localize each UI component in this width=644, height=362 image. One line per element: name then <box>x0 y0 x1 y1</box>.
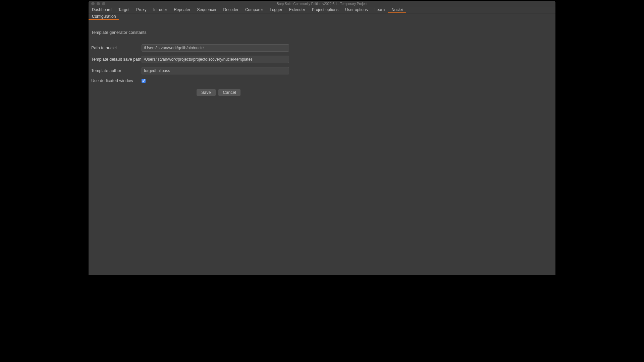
subtab-configuration[interactable]: Configuration <box>89 13 119 20</box>
maximize-window-icon[interactable] <box>102 2 105 5</box>
sub-tabbar: Configuration <box>89 13 555 20</box>
content-pane: Template generator constants Path to nuc… <box>89 20 555 275</box>
save-button[interactable]: Save <box>197 89 216 96</box>
checkbox-use-dedicated-window[interactable] <box>142 79 146 83</box>
window-title: Burp Suite Community Edition v2022.6.1 -… <box>277 2 367 6</box>
tab-sequencer[interactable]: Sequencer <box>194 7 220 13</box>
label-use-dedicated-window: Use dedicated window <box>91 78 142 83</box>
input-path-to-nuclei[interactable] <box>142 44 289 52</box>
main-tabbar: Dashboard Target Proxy Intruder Repeater… <box>89 7 555 13</box>
row-use-dedicated-window: Use dedicated window <box>91 78 553 83</box>
tab-repeater[interactable]: Repeater <box>170 7 194 13</box>
tab-extender[interactable]: Extender <box>286 7 309 13</box>
tab-decoder[interactable]: Decoder <box>220 7 242 13</box>
label-path-to-nuclei: Path to nuclei <box>91 46 142 50</box>
button-row: Save Cancel <box>197 89 553 96</box>
close-window-icon[interactable] <box>91 2 95 5</box>
cancel-button[interactable]: Cancel <box>218 89 241 96</box>
minimize-window-icon[interactable] <box>97 2 100 5</box>
input-default-save-path[interactable] <box>142 56 289 63</box>
tab-intruder[interactable]: Intruder <box>150 7 170 13</box>
label-default-save-path: Template default save path <box>91 57 142 62</box>
section-title: Template generator constants <box>91 30 553 35</box>
row-default-save-path: Template default save path <box>91 56 553 63</box>
tab-learn[interactable]: Learn <box>371 7 388 13</box>
app-window: Burp Suite Community Edition v2022.6.1 -… <box>89 1 555 275</box>
titlebar: Burp Suite Community Edition v2022.6.1 -… <box>89 1 555 7</box>
tab-user-options[interactable]: User options <box>342 7 371 13</box>
traffic-lights <box>91 2 105 5</box>
tab-proxy[interactable]: Proxy <box>133 7 150 13</box>
label-template-author: Template author <box>91 68 142 73</box>
row-template-author: Template author <box>91 67 553 74</box>
tab-dashboard[interactable]: Dashboard <box>89 7 115 13</box>
tab-logger[interactable]: Logger <box>266 7 285 13</box>
tab-project-options[interactable]: Project options <box>309 7 342 13</box>
tab-nuclei[interactable]: Nuclei <box>388 7 406 13</box>
tab-target[interactable]: Target <box>115 7 133 13</box>
tab-comparer[interactable]: Comparer <box>242 7 266 13</box>
input-template-author[interactable] <box>142 67 289 74</box>
row-path-to-nuclei: Path to nuclei <box>91 44 553 52</box>
